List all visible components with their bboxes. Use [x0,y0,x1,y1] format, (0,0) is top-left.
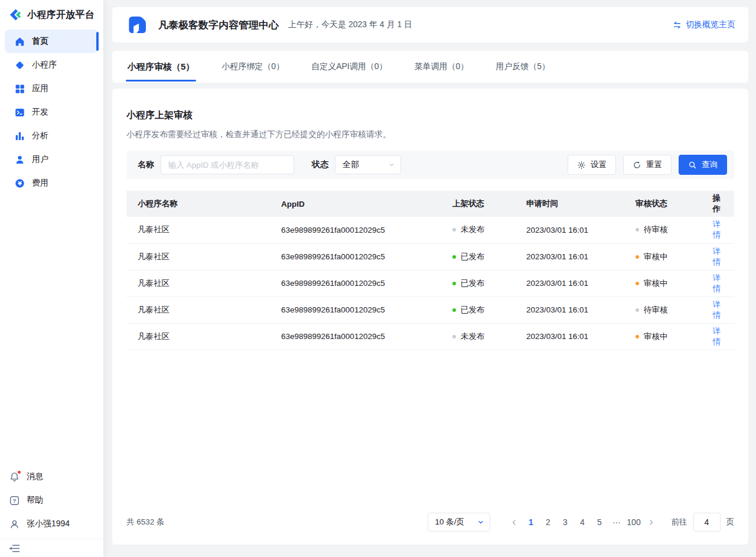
column-header: AppID [270,191,441,217]
column-header: 审核状态 [624,191,696,217]
page-title: 凡泰极客数字内容管理中心 [158,18,279,32]
search-button[interactable]: 查询 [679,155,727,175]
sidebar: 小程序开放平台 首页 小程序 [0,0,103,557]
cell-appid: 63e989899261fa00012029c5 [270,297,441,323]
main-area: 凡泰极客数字内容管理中心 上午好，今天是 2023 年 4 月 1 日 切换概览… [103,0,756,557]
page-header: 凡泰极客数字内容管理中心 上午好，今天是 2023 年 4 月 1 日 切换概览… [112,7,748,43]
tab-menu-calls[interactable]: 菜单调用（0） [415,51,469,83]
cell-name: 凡泰社区 [126,243,270,270]
refresh-icon [633,161,641,170]
platform-logo-text: 小程序开放平台 [27,9,94,21]
page-number[interactable]: 5 [591,513,608,532]
settings-button[interactable]: 设置 [568,155,616,175]
sidebar-item-analytics[interactable]: 分析 [5,124,99,148]
sidebar-item-label: 消息 [27,471,43,482]
cell-apply-time: 2023/03/01 16:01 [515,297,624,323]
status-dot [452,228,456,232]
column-header: 上架状态 [441,191,515,217]
detail-link[interactable]: 详情 [713,327,721,346]
sidebar-item-miniprogram[interactable]: 小程序 [5,53,99,77]
cell-audit-status: 审核中 [624,270,696,297]
status-filter-select[interactable]: 全部 [335,155,401,174]
sidebar-item-label: 应用 [32,83,48,94]
page-ellipsis[interactable]: ··· [608,513,625,532]
miniprogram-icon [15,60,25,70]
sidebar-item-label: 张小强1994 [27,519,70,529]
prev-page-button[interactable] [506,513,523,532]
sidebar-item-label: 小程序 [32,60,57,70]
sidebar-item-apps[interactable]: 应用 [5,77,99,100]
cell-audit-status: 待审核 [624,217,696,243]
name-filter-input[interactable] [161,155,294,174]
sidebar-item-develop[interactable]: 开发 [5,100,99,124]
table-row: 凡泰社区 63e989899261fa00012029c5 未发布 2023/0… [126,217,734,243]
status-filter-label: 状态 [312,159,328,170]
goto-page-input[interactable] [693,513,721,532]
switch-overview-link[interactable]: 切换概览主页 [673,19,735,30]
detail-link[interactable]: 详情 [713,247,721,266]
cell-apply-time: 2023/03/01 16:01 [515,270,624,297]
cell-publish-status: 已发布 [441,270,515,297]
page-number[interactable]: 4 [574,513,591,532]
cell-audit-status: 审核中 [624,323,696,350]
sidebar-footer: 消息 ? 帮助 张小强1994 [0,465,103,557]
detail-link[interactable]: 详情 [713,273,721,293]
page-number[interactable]: 100 [625,513,643,532]
status-dot [636,335,639,338]
cell-name: 凡泰社区 [126,217,270,243]
menu-fold-icon [9,544,20,553]
status-dot [452,335,456,338]
detail-link[interactable]: 详情 [713,220,721,239]
sidebar-item-label: 帮助 [27,495,43,506]
cell-appid: 63e989899261fa00012029c5 [270,323,441,350]
section-description: 小程序发布需要经过审核，检查并通过下方已经提交的小程序审核请求。 [126,129,734,140]
sidebar-item-help[interactable]: ? 帮助 [0,488,103,512]
help-icon: ? [9,496,19,506]
platform-logo-icon [7,7,22,22]
workspace-logo-icon [125,13,149,37]
cell-publish-status: 已发布 [441,297,515,323]
tab-user-feedback[interactable]: 用户反馈（5） [496,51,550,83]
greeting-text: 上午好，今天是 2023 年 4 月 1 日 [288,19,412,30]
swap-icon [673,21,682,30]
next-page-button[interactable] [643,513,660,532]
review-table: 小程序名称 AppID 上架状态 申请时间 审核状态 操作 凡泰社区 63e98… [126,191,734,350]
cell-action: 详情 [696,217,734,243]
apps-icon [15,84,25,94]
goto-suffix: 页 [726,517,735,527]
detail-link[interactable]: 详情 [713,300,721,320]
app-root: 小程序开放平台 首页 小程序 [0,0,756,557]
reset-button[interactable]: 重置 [623,155,672,175]
sidebar-nav: 首页 小程序 应用 [0,27,103,195]
status-dot [452,282,456,285]
sidebar-item-home[interactable]: 首页 [5,30,99,53]
sidebar-item-label: 分析 [32,131,48,141]
sidebar-item-billing[interactable]: ¥ 费用 [5,171,99,195]
cell-action: 详情 [696,323,734,350]
users-icon [15,155,25,165]
sidebar-item-account[interactable]: 张小强1994 [0,512,103,536]
sidebar-item-messages[interactable]: 消息 [0,465,103,488]
user-icon [9,519,19,529]
collapse-sidebar-button[interactable] [0,539,103,557]
sidebar-item-users[interactable]: 用户 [5,148,99,171]
cell-action: 详情 [696,297,734,323]
page-size-select[interactable]: 10 条/页 [428,513,490,532]
tab-miniprogram-review[interactable]: 小程序审核（5） [128,51,194,83]
status-dot [636,228,639,232]
page-number[interactable]: 1 [523,513,540,532]
svg-text:?: ? [13,497,17,503]
chevron-down-icon [388,161,395,168]
cell-apply-time: 2023/03/01 16:01 [515,323,624,350]
page-number[interactable]: 2 [540,513,557,532]
notification-badge [17,470,21,474]
total-count: 共 6532 条 [126,517,165,527]
page-size-value: 10 条/页 [435,517,465,527]
page-number[interactable]: 3 [557,513,574,532]
name-filter-label: 名称 [138,159,154,170]
tab-miniprogram-binding[interactable]: 小程序绑定（0） [221,51,284,83]
cell-audit-status: 审核中 [624,243,696,270]
table-header-row: 小程序名称 AppID 上架状态 申请时间 审核状态 操作 [126,191,734,217]
table-row: 凡泰社区 63e989899261fa00012029c5 已发布 2023/0… [126,297,734,323]
tab-custom-api-calls[interactable]: 自定义API调用（0） [311,51,387,83]
